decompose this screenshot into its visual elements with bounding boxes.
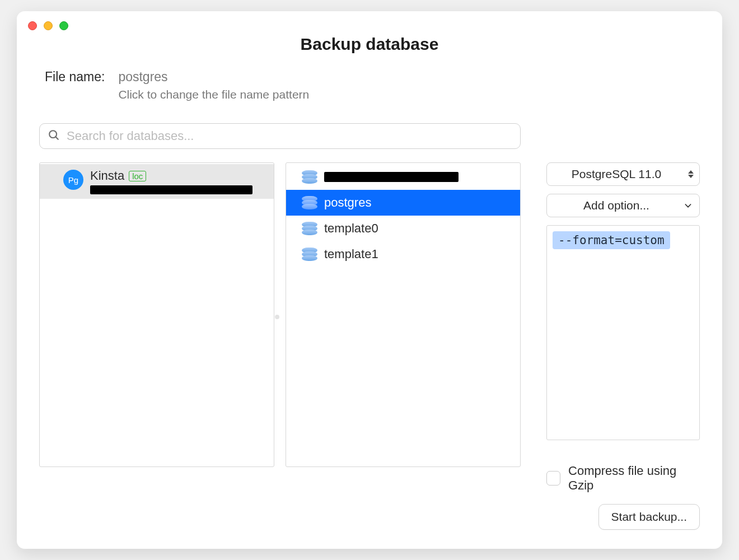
database-icon: [302, 170, 317, 184]
pg-version-select[interactable]: PostgreSQL 11.0: [546, 162, 700, 186]
footer: Start backup...: [598, 504, 700, 530]
database-icon: [302, 196, 317, 209]
database-name-redacted: [324, 172, 459, 182]
compress-label[interactable]: Compress file using Gzip: [568, 464, 700, 493]
connection-item[interactable]: Pg Kinsta loc: [40, 164, 274, 199]
database-name: postgres: [324, 195, 371, 210]
database-row[interactable]: postgres: [286, 190, 520, 216]
search-field-wrap[interactable]: [39, 123, 521, 149]
svg-line-1: [55, 137, 58, 139]
close-icon[interactable]: [28, 21, 37, 30]
window-controls: [28, 21, 68, 30]
stepper-icon: [688, 170, 694, 178]
option-pill[interactable]: --format=custom: [553, 231, 670, 249]
maximize-icon[interactable]: [59, 21, 68, 30]
filename-label: File name:: [45, 69, 105, 85]
database-icon: [302, 222, 317, 235]
add-option-label: Add option...: [583, 199, 649, 212]
side-panel: PostgreSQL 11.0 Add option... --format=c…: [532, 162, 700, 493]
filename-row: File name: postgres Click to change the …: [45, 69, 722, 101]
filename-hint: Click to change the file name pattern: [118, 88, 309, 101]
database-row[interactable]: [286, 164, 520, 190]
filename-value[interactable]: postgres: [118, 69, 309, 85]
content-grid: Pg Kinsta loc: [39, 123, 700, 493]
search-input[interactable]: [67, 129, 512, 143]
dialog-window: Backup database File name: postgres Clic…: [17, 11, 722, 549]
database-row[interactable]: template0: [286, 216, 520, 241]
database-name: template1: [324, 247, 378, 262]
dialog-title: Backup database: [17, 35, 722, 54]
compress-row: Compress file using Gzip: [546, 464, 700, 493]
search-icon: [48, 129, 60, 143]
database-icon: [302, 248, 317, 261]
connection-tag: loc: [129, 171, 146, 181]
connections-list[interactable]: Pg Kinsta loc: [39, 162, 274, 467]
connection-name: Kinsta: [90, 169, 124, 183]
compress-checkbox[interactable]: [546, 471, 560, 486]
chevron-down-icon: [684, 201, 693, 210]
start-backup-button[interactable]: Start backup...: [598, 504, 700, 530]
pg-version-value: PostgreSQL 11.0: [572, 167, 661, 181]
add-option-select[interactable]: Add option...: [546, 194, 700, 217]
minimize-icon[interactable]: [44, 21, 53, 30]
databases-list[interactable]: postgres template0 template1: [286, 162, 521, 467]
postgres-engine-icon: Pg: [63, 170, 83, 190]
database-name: template0: [324, 221, 378, 236]
database-row[interactable]: template1: [286, 241, 520, 267]
connection-subtitle-redacted: [90, 185, 252, 194]
pane-resize-handle[interactable]: [275, 315, 279, 319]
options-list[interactable]: --format=custom: [546, 225, 700, 440]
